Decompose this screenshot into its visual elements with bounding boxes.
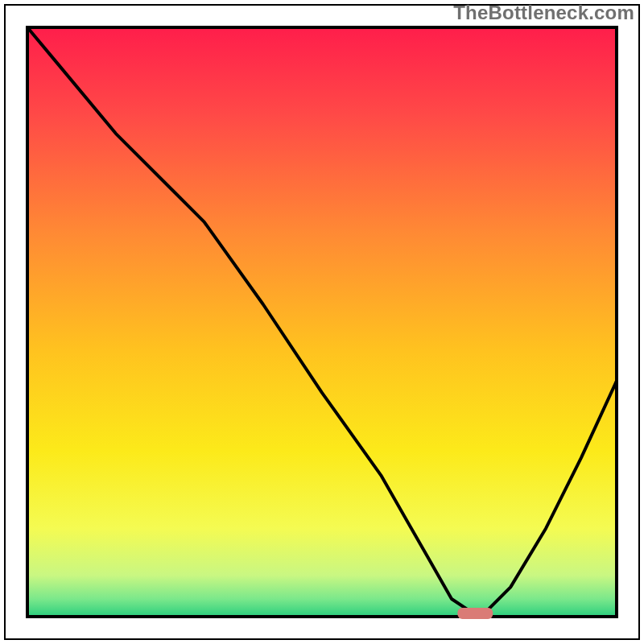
- plot-background: [27, 27, 617, 617]
- watermark-label: TheBottleneck.com: [453, 2, 634, 24]
- bottleneck-chart: [0, 0, 644, 644]
- optimal-marker: [457, 608, 493, 619]
